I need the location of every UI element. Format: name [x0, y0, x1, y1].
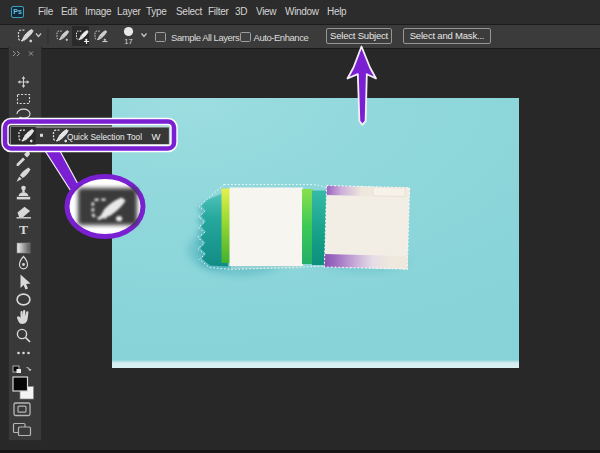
svg-text:Quick Selection Tool: Quick Selection Tool: [67, 131, 142, 142]
svg-text:W: W: [152, 131, 161, 142]
svg-text:17: 17: [124, 37, 132, 46]
svg-text:T: T: [19, 222, 28, 237]
